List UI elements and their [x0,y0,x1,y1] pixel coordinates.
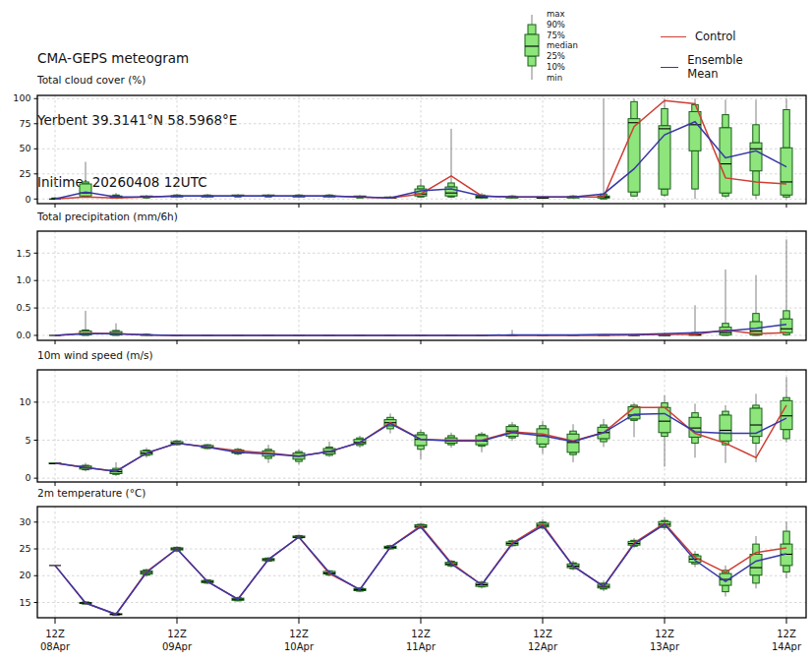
meteogram-chart: 02550751000.00.51.01.505101520253012Z08A… [0,0,812,662]
y-tick-label: 1.5 [16,248,30,259]
boxplot [628,98,640,197]
boxplot [415,430,427,459]
x-tick-label-day: 09Apr [162,641,193,652]
box-rect [80,184,91,196]
x-tick-label-day: 14Apr [772,641,802,652]
box-rect [692,413,699,418]
box-rect [662,433,668,437]
boxplot [80,311,91,335]
box-rect [567,434,579,452]
box-rect [783,566,790,572]
box-rect [750,143,762,171]
box-rect [662,108,668,125]
boxplot [781,239,792,335]
y-tick-label: 75 [19,118,30,129]
y-tick-label: 30 [19,516,30,527]
boxplot [659,395,670,467]
y-tick-label: 50 [19,143,30,153]
x-tick-label-day: 12Apr [528,641,558,652]
box-rect [753,171,760,195]
boxplot [445,129,457,198]
x-tick-label-day: 08Apr [40,641,71,652]
boxplot [750,536,762,588]
boxplot [781,521,792,578]
y-tick-label: 100 [13,92,30,103]
boxplot [537,421,549,453]
box-rect [448,183,455,187]
x-tick-label-hour: 12Z [533,629,552,639]
box-rect [720,415,731,441]
box-rect [723,411,729,415]
y-tick-label: 0 [25,472,30,483]
y-tick-label: 0.0 [16,330,30,340]
x-tick-label-hour: 12Z [167,629,187,639]
boxplot [689,305,701,335]
x-tick-label-hour: 12Z [411,629,431,639]
box-rect [689,112,701,151]
y-tick-label: 0 [25,194,30,205]
box-rect [418,446,425,450]
x-tick-label-hour: 12Z [777,629,796,639]
x-tick-label-hour: 12Z [655,629,674,639]
meteogram-figure: CMA-GEPS meteogram Yerbent 39.3141°N 58.… [0,0,812,662]
box-rect [781,400,792,429]
boxplot [720,270,731,335]
x-tick-label-hour: 12Z [289,629,309,639]
box-rect [723,115,729,128]
box-rect [783,109,790,148]
boxplot [750,275,762,335]
box-rect [750,408,762,437]
boxplot [750,99,762,199]
box-rect [783,430,790,439]
box-rect [783,311,790,319]
box-rect [753,314,760,322]
y-tick-label: 1.0 [16,274,30,285]
box-rect [692,150,699,189]
panel-2: 0510 [19,370,806,486]
box-rect [692,437,699,443]
y-tick-label: 25 [19,543,30,554]
x-tick-label-hour: 12Z [45,629,65,639]
box-rect [781,319,792,332]
box-rect [723,585,729,592]
box-rect [753,125,760,143]
x-tick-label-day: 11Apr [406,641,436,652]
boxplot [476,432,488,452]
box-rect [628,119,640,192]
box-rect [783,531,790,544]
y-tick-label: 15 [19,597,30,608]
boxplot [293,450,305,464]
x-tick-label-day: 10Apr [284,641,315,652]
box-rect [631,101,638,118]
panel-3: 15202530 [19,507,806,624]
y-tick-label: 0.5 [16,302,30,313]
box-rect [720,128,731,193]
box-rect [631,192,638,196]
boxplot [781,377,792,442]
box-rect [723,324,729,328]
panel-1: 0.00.51.01.5 [16,231,806,344]
boxplot [720,405,731,463]
panel-border [37,231,806,340]
box-rect [753,437,760,444]
y-tick-label: 10 [19,396,30,407]
box-rect [781,148,792,195]
x-axis-labels: 12Z08Apr12Z09Apr12Z10Apr12Z11Apr12Z12Apr… [40,629,802,652]
y-tick-label: 25 [19,168,30,179]
boxplot [659,98,670,197]
boxplot [720,99,731,198]
x-tick-label-day: 13Apr [650,641,680,652]
panel-0: 0255075100 [13,92,806,208]
y-tick-label: 20 [19,570,30,580]
box-rect [753,575,760,583]
box-rect [662,189,668,195]
boxplot [567,424,579,462]
y-tick-label: 5 [25,435,30,446]
boxplot [323,442,335,456]
